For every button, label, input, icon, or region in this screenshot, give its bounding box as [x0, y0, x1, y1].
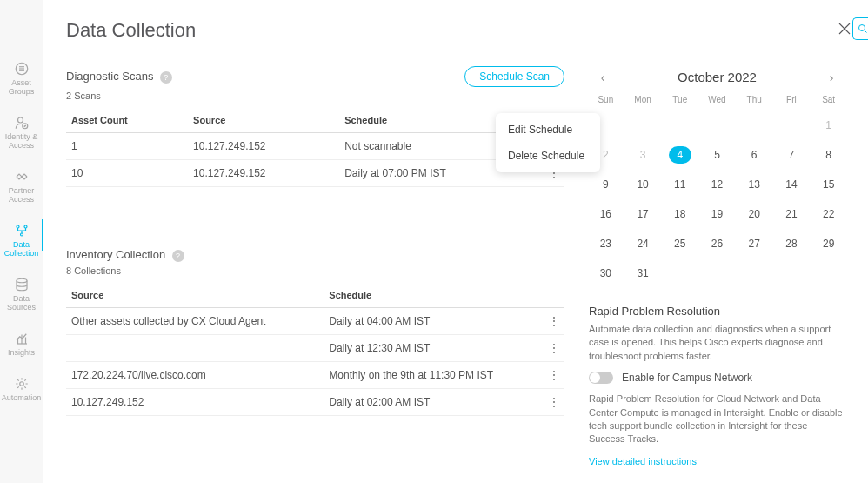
calendar-day[interactable]: 7 — [775, 146, 809, 164]
calendar-dow: Wed — [700, 95, 734, 104]
cal-next-icon[interactable]: › — [823, 70, 840, 84]
diagnostic-table: Asset CountSourceSchedule 110.127.249.15… — [66, 108, 564, 187]
handshake-icon — [14, 169, 30, 184]
cell-asset_count: 1 — [66, 133, 188, 160]
calendar-dow: Tue — [663, 95, 697, 104]
rapid-title: Rapid Problem Resolution — [589, 305, 845, 318]
cell-source: Other assets collected by CX Cloud Agent — [66, 308, 324, 335]
help-icon[interactable]: ? — [172, 250, 184, 262]
calendar-day[interactable]: 4 — [669, 146, 691, 164]
calendar-day[interactable]: 11 — [663, 176, 697, 193]
cell-source: 10.127.249.152 — [66, 389, 324, 416]
svg-point-9 — [17, 278, 27, 283]
column-header: Asset Count — [66, 108, 188, 133]
rapid-link[interactable]: View detailed instructions — [589, 456, 697, 466]
rapid-toggle[interactable] — [589, 372, 613, 384]
calendar-day[interactable]: 16 — [589, 205, 623, 223]
calendar-day[interactable]: 5 — [700, 146, 734, 164]
rapid-desc: Automate data collection and diagnostics… — [589, 323, 845, 363]
calendar-day[interactable]: 29 — [811, 235, 845, 252]
sidebar-item-asset-groups[interactable]: AssetGroups — [0, 61, 43, 96]
calendar-day[interactable]: 28 — [775, 235, 809, 252]
calendar-day[interactable]: 24 — [626, 235, 660, 252]
table-row: Other assets collected by CX Cloud Agent… — [66, 308, 564, 335]
inventory-count: 8 Collections — [66, 265, 564, 276]
row-menu-icon[interactable]: ⋮ — [544, 308, 564, 335]
delete-schedule-item[interactable]: Delete Schedule — [496, 143, 600, 169]
calendar-day[interactable]: 15 — [811, 176, 845, 193]
calendar-day[interactable]: 31 — [626, 265, 660, 282]
rapid-toggle-label: Enable for Campus Network — [622, 372, 752, 384]
calendar-day[interactable]: 1 — [811, 117, 845, 134]
close-icon[interactable] — [837, 21, 852, 37]
calendar-day[interactable]: 13 — [738, 176, 771, 193]
rapid-fineprint: Rapid Problem Resolution for Cloud Netwo… — [589, 392, 845, 446]
calendar-day[interactable]: 27 — [738, 235, 771, 252]
circle-list-icon — [14, 61, 30, 77]
calendar-day[interactable]: 25 — [663, 235, 697, 252]
calendar-day[interactable]: 20 — [738, 205, 771, 223]
calendar-day[interactable]: 26 — [700, 235, 734, 252]
column-header: Source — [188, 108, 339, 133]
cell-schedule: Daily at 12:30 AM IST — [324, 335, 544, 362]
calendar-day[interactable]: 14 — [775, 176, 809, 193]
calendar-day[interactable]: 30 — [589, 265, 623, 282]
table-row: 10.127.249.152Daily at 02:00 AM IST⋮ — [66, 389, 564, 416]
schedule-scan-button[interactable]: Schedule Scan — [464, 66, 564, 87]
diagnostic-title: Diagnostic Scans — [66, 70, 153, 83]
calendar-day[interactable]: 23 — [589, 235, 623, 252]
calendar-day[interactable]: 22 — [811, 205, 845, 223]
calendar-day[interactable]: 6 — [738, 146, 771, 164]
help-icon[interactable]: ? — [160, 71, 172, 84]
chart-icon — [14, 331, 30, 346]
column-header: Source — [66, 283, 324, 308]
inventory-table: SourceSchedule Other assets collected by… — [66, 283, 564, 416]
sidebar-item-label: Automation — [0, 393, 43, 402]
row-menu-icon[interactable]: ⋮ — [544, 389, 564, 416]
calendar-dow: Sat — [811, 95, 845, 104]
sidebar-item-label: DataSources — [0, 294, 43, 312]
search-button[interactable] — [852, 17, 868, 40]
sidebar-item-automation[interactable]: Automation — [0, 376, 43, 402]
cell-source: 172.20.224.70/live.cisco.com — [66, 362, 324, 389]
svg-point-6 — [17, 225, 19, 228]
calendar-day[interactable]: 8 — [811, 146, 845, 164]
sidebar-item-insights[interactable]: Insights — [0, 331, 43, 357]
table-row: 172.20.224.70/live.cisco.comMonthly on t… — [66, 362, 564, 389]
sidebar-item-identity-access[interactable]: Identity &Access — [0, 115, 43, 150]
calendar-day[interactable]: 9 — [589, 176, 623, 193]
cell-schedule: Daily at 04:00 AM IST — [324, 308, 544, 335]
calendar-grid: SunMonTueWedThuFriSat1234567891011121314… — [589, 95, 845, 282]
sidebar-item-label: PartnerAccess — [0, 186, 43, 204]
edit-schedule-item[interactable]: Edit Schedule — [496, 117, 600, 143]
calendar-day[interactable]: 18 — [663, 205, 697, 223]
svg-line-12 — [864, 30, 866, 33]
cell-schedule: Monthly on the 9th at 11:30 PM IST — [324, 362, 544, 389]
cell-source: 10.127.249.152 — [188, 160, 339, 187]
calendar-dow: Fri — [775, 95, 809, 104]
calendar-dow: Thu — [738, 95, 771, 104]
sidebar-item-partner-access[interactable]: PartnerAccess — [0, 169, 43, 204]
cell-source: 10.127.249.152 — [188, 133, 339, 160]
table-row: 110.127.249.152Not scannable⋮ — [66, 133, 564, 160]
row-menu-icon[interactable]: ⋮ — [544, 335, 564, 362]
cal-prev-icon[interactable]: ‹ — [594, 70, 611, 84]
sidebar-item-data-sources[interactable]: DataSources — [0, 277, 43, 312]
svg-point-10 — [19, 382, 23, 386]
calendar-day[interactable]: 19 — [700, 205, 734, 223]
gear-cycle-icon — [14, 376, 30, 392]
calendar-day[interactable]: 12 — [700, 176, 734, 193]
calendar-dow: Mon — [626, 95, 660, 104]
calendar-day[interactable]: 10 — [626, 176, 660, 193]
calendar-day[interactable]: 21 — [775, 205, 809, 223]
page-title: Data Collection — [66, 19, 845, 42]
column-header: Schedule — [324, 283, 544, 308]
calendar-day[interactable]: 3 — [626, 146, 660, 164]
svg-point-4 — [17, 117, 23, 123]
calendar-day[interactable]: 17 — [626, 205, 660, 223]
row-menu-icon[interactable]: ⋮ — [544, 362, 564, 389]
cell-source — [66, 335, 324, 362]
sidebar-item-label: Insights — [0, 348, 43, 357]
table-row: 1010.127.249.152Daily at 07:00 PM IST⋮ — [66, 160, 564, 187]
sidebar-item-data-collection[interactable]: DataCollection — [0, 223, 43, 258]
